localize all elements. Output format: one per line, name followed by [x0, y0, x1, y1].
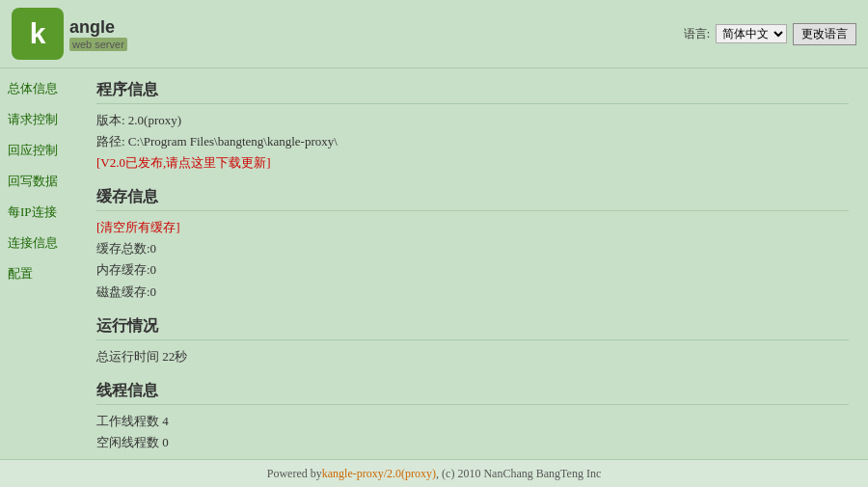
sidebar-item-response-control[interactable]: 回应控制 [8, 142, 69, 159]
runtime-body: 总运行时间 22秒 [96, 346, 849, 367]
lang-select[interactable]: 简体中文 [716, 24, 787, 43]
sidebar: 总体信息 请求控制 回应控制 回写数据 每IP连接 连接信息 配置 [0, 68, 77, 459]
lang-area: 语言: 简体中文 更改语言 [684, 23, 856, 45]
thread-worker: 工作线程数 4 [96, 411, 849, 432]
cache-memory: 内存缓存:0 [96, 259, 849, 281]
header: k angle web server 语言: 简体中文 更改语言 [0, 0, 868, 68]
cache-clear-link[interactable]: [清空所有缓存] [96, 217, 849, 238]
logo-area: k angle web server [12, 8, 166, 60]
sidebar-item-config[interactable]: 配置 [8, 265, 69, 283]
logo-k-letter: k [30, 19, 46, 48]
sidebar-item-per-ip[interactable]: 每IP连接 [8, 203, 69, 221]
program-update-link[interactable]: [V2.0已发布,请点这里下载更新] [96, 152, 849, 174]
runtime-uptime: 总运行时间 22秒 [96, 346, 849, 367]
sidebar-item-overview[interactable]: 总体信息 [8, 80, 69, 97]
footer-text-before: Powered by [267, 467, 322, 481]
program-path: 路径: C:\Program Files\bangteng\kangle-pro… [96, 131, 849, 152]
lang-label: 语言: [684, 26, 710, 42]
footer-link[interactable]: kangle-proxy/2.0(proxy) [322, 467, 436, 481]
footer-text-after: , (c) 2010 NanChang BangTeng Inc [436, 467, 601, 481]
logo-box: k [12, 8, 64, 60]
runtime-title: 运行情况 [96, 316, 849, 340]
sidebar-item-connections[interactable]: 连接信息 [8, 234, 69, 252]
logo-webserver-text: web server [69, 38, 127, 51]
main-layout: 总体信息 请求控制 回应控制 回写数据 每IP连接 连接信息 配置 程序信息 版… [0, 68, 868, 459]
thread-info-body: 工作线程数 4 空闲线程数 0 [96, 411, 849, 453]
content-area: 程序信息 版本: 2.0(proxy) 路径: C:\Program Files… [77, 68, 868, 459]
thread-info-title: 线程信息 [96, 381, 849, 405]
program-info-title: 程序信息 [96, 80, 849, 104]
cache-info-title: 缓存信息 [96, 187, 849, 211]
logo-text: angle web server [69, 17, 127, 51]
change-language-button[interactable]: 更改语言 [793, 23, 856, 45]
cache-total: 缓存总数:0 [96, 238, 849, 259]
logo-angle-text: angle [69, 17, 127, 38]
cache-disk: 磁盘缓存:0 [96, 282, 849, 303]
thread-idle: 空闲线程数 0 [96, 432, 849, 453]
program-version: 版本: 2.0(proxy) [96, 110, 849, 131]
program-info-body: 版本: 2.0(proxy) 路径: C:\Program Files\bang… [96, 110, 849, 174]
sidebar-item-rewrite-data[interactable]: 回写数据 [8, 173, 69, 190]
sidebar-item-request-control[interactable]: 请求控制 [8, 111, 69, 128]
footer: Powered by kangle-proxy/2.0(proxy) , (c)… [0, 459, 868, 487]
cache-info-body: [清空所有缓存] 缓存总数:0 内存缓存:0 磁盘缓存:0 [96, 217, 849, 302]
